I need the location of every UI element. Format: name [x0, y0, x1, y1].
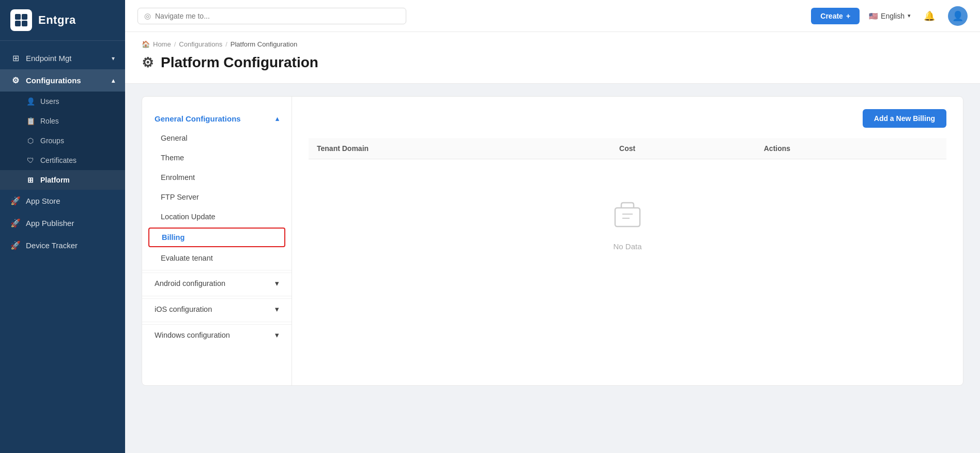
users-label: Users [40, 97, 59, 105]
create-plus-icon: + [846, 12, 850, 20]
main-wrapper: ◎ Create + 🇺🇸 English ▾ 🔔 👤 🏠 [125, 0, 980, 453]
svg-rect-0 [15, 14, 21, 20]
device-tracker-icon: 🚀 [10, 240, 21, 250]
right-panel: Add a New Billing Tenant Domain Cost Act… [292, 97, 963, 385]
no-data-text: No Data [613, 242, 641, 251]
menu-item-billing[interactable]: Billing [148, 228, 285, 247]
search-icon: ◎ [144, 11, 151, 21]
endpoint-mgt-icon: ⊞ [10, 53, 21, 63]
create-button[interactable]: Create + [811, 8, 860, 24]
breadcrumb-home-icon: 🏠 [142, 40, 150, 48]
search-bar[interactable]: ◎ [137, 8, 406, 24]
page-header: 🏠 Home / Configurations / Platform Confi… [125, 32, 980, 84]
breadcrumb-sep-1: / [174, 40, 176, 48]
content-body: General Configurations ▴ General Theme E… [125, 84, 980, 398]
no-data-container: No Data [309, 159, 946, 292]
page-title: ⚙ Platform Configuration [142, 54, 963, 71]
menu-item-general[interactable]: General [142, 128, 292, 148]
topbar: ◎ Create + 🇺🇸 English ▾ 🔔 👤 [125, 0, 980, 32]
general-configs-label: General Configurations [155, 114, 241, 123]
groups-icon: ⬡ [26, 137, 35, 145]
menu-divider-3 [142, 322, 292, 322]
search-input[interactable] [155, 12, 400, 20]
billing-table: Tenant Domain Cost Actions [309, 138, 946, 159]
topbar-actions: Create + 🇺🇸 English ▾ 🔔 👤 [811, 6, 968, 26]
configurations-chevron: ▴ [112, 77, 115, 84]
groups-label: Groups [40, 137, 64, 145]
sidebar-item-groups[interactable]: ⬡ Groups [0, 131, 125, 150]
page-title-icon: ⚙ [142, 55, 154, 71]
ios-chevron-icon: ▾ [275, 305, 279, 313]
content-card: General Configurations ▴ General Theme E… [142, 96, 963, 386]
logo-icon [10, 9, 32, 31]
certificates-icon: 🛡 [26, 156, 35, 164]
sidebar-item-app-store[interactable]: 🚀 App Store [0, 190, 125, 212]
sidebar-item-users[interactable]: 👤 Users [0, 92, 125, 111]
sidebar-item-app-publisher[interactable]: 🚀 App Publisher [0, 212, 125, 234]
menu-section-windows[interactable]: Windows configuration ▾ [142, 324, 292, 345]
endpoint-mgt-chevron: ▾ [112, 55, 115, 62]
endpoint-mgt-label: Endpoint Mgt [26, 54, 71, 63]
svg-rect-3 [22, 21, 27, 26]
breadcrumb: 🏠 Home / Configurations / Platform Confi… [142, 40, 963, 48]
platform-label: Platform [40, 176, 70, 184]
page-title-text: Platform Configuration [161, 54, 318, 71]
windows-config-label: Windows configuration [155, 331, 230, 339]
lang-chevron-icon: ▾ [908, 12, 911, 19]
sidebar-item-device-tracker[interactable]: 🚀 Device Tracker [0, 234, 125, 256]
menu-item-ftp-server[interactable]: FTP Server [142, 187, 292, 207]
android-config-label: Android configuration [155, 279, 225, 288]
android-chevron-icon: ▾ [275, 279, 279, 288]
lang-label: English [881, 12, 905, 20]
users-icon: 👤 [26, 97, 35, 105]
svg-rect-1 [22, 14, 27, 20]
sidebar-item-platform[interactable]: ⊞ Platform [0, 170, 125, 190]
app-name: Entgra [38, 13, 76, 27]
breadcrumb-sep-2: / [225, 40, 227, 48]
menu-divider-1 [142, 270, 292, 270]
breadcrumb-current: Platform Configuration [231, 40, 297, 48]
menu-section-android[interactable]: Android configuration ▾ [142, 273, 292, 294]
language-selector[interactable]: 🇺🇸 English ▾ [869, 12, 911, 20]
roles-icon: 📋 [26, 117, 35, 125]
menu-divider-2 [142, 296, 292, 296]
sidebar-logo: Entgra [0, 0, 125, 41]
breadcrumb-configurations-link[interactable]: Configurations [179, 40, 222, 48]
col-actions: Actions [756, 138, 946, 159]
ios-config-label: iOS configuration [155, 305, 212, 313]
device-tracker-label: Device Tracker [26, 241, 78, 250]
flag-icon: 🇺🇸 [869, 12, 878, 20]
create-label: Create [820, 12, 843, 20]
bell-icon: 🔔 [924, 10, 935, 22]
user-avatar-button[interactable]: 👤 [948, 6, 968, 26]
menu-item-evaluate-tenant[interactable]: Evaluate tenant [142, 248, 292, 268]
notifications-button[interactable]: 🔔 [920, 7, 939, 25]
menu-section-ios[interactable]: iOS configuration ▾ [142, 298, 292, 320]
breadcrumb-home-link[interactable]: Home [153, 40, 171, 48]
menu-item-enrolment[interactable]: Enrolment [142, 168, 292, 187]
sidebar-item-endpoint-mgt[interactable]: ⊞ Endpoint Mgt ▾ [0, 47, 125, 69]
sidebar-item-roles[interactable]: 📋 Roles [0, 111, 125, 131]
windows-chevron-icon: ▾ [275, 331, 279, 339]
col-cost: Cost [611, 138, 756, 159]
general-configs-items: General Theme Enrolment FTP Server Locat [142, 128, 292, 268]
configurations-subnav: 👤 Users 📋 Roles ⬡ Groups 🛡 Certificates … [0, 92, 125, 190]
app-store-label: App Store [26, 197, 60, 205]
sidebar-item-configurations[interactable]: ⚙ Configurations ▴ [0, 69, 125, 92]
right-panel-toolbar: Add a New Billing [309, 109, 946, 128]
general-configs-chevron: ▴ [275, 115, 279, 123]
app-publisher-label: App Publisher [26, 219, 74, 228]
table-header-row: Tenant Domain Cost Actions [309, 138, 946, 159]
sidebar-item-certificates[interactable]: 🛡 Certificates [0, 150, 125, 170]
menu-section-general-configs[interactable]: General Configurations ▴ [142, 109, 292, 128]
menu-item-theme[interactable]: Theme [142, 148, 292, 168]
add-billing-button[interactable]: Add a New Billing [863, 109, 946, 128]
no-data-icon [611, 201, 644, 236]
menu-item-location-update[interactable]: Location Update [142, 207, 292, 226]
app-publisher-icon: 🚀 [10, 218, 21, 228]
configurations-label: Configurations [26, 76, 81, 85]
avatar-icon: 👤 [952, 10, 963, 22]
sidebar: Entgra ⊞ Endpoint Mgt ▾ ⚙ Configurations… [0, 0, 125, 453]
sidebar-navigation: ⊞ Endpoint Mgt ▾ ⚙ Configurations ▴ 👤 Us… [0, 41, 125, 453]
table-header: Tenant Domain Cost Actions [309, 138, 946, 159]
